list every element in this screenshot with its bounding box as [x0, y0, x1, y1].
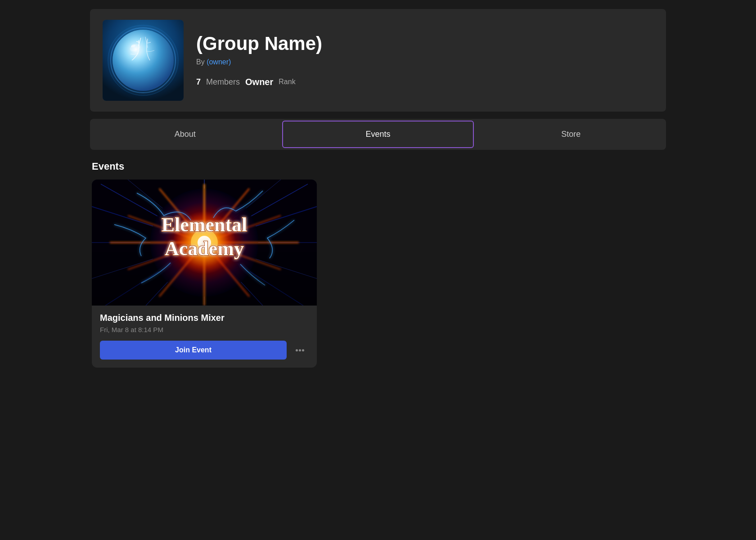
events-section: Events: [90, 161, 666, 368]
owner-by-label: By: [196, 58, 205, 66]
navigation-tabs: About Events Store: [90, 119, 666, 150]
dot-3: [302, 349, 304, 351]
group-stats: 7 Members Owner Rank: [196, 77, 322, 87]
events-grid: Elemental Academy Magicians and Minions …: [92, 180, 664, 368]
group-info: (Group Name) By (owner) 7 Members Owner …: [196, 33, 322, 87]
svg-text:Academy: Academy: [165, 238, 244, 260]
tab-about[interactable]: About: [90, 122, 280, 147]
svg-rect-40: [92, 252, 317, 306]
event-card: Elemental Academy Magicians and Minions …: [92, 180, 317, 368]
member-count: 7: [196, 77, 201, 87]
dot-2: [299, 349, 301, 351]
event-details: Magicians and Minions Mixer Fri, Mar 8 a…: [92, 306, 317, 368]
event-thumbnail-image: Elemental Academy: [92, 180, 317, 306]
group-owner-line: By (owner): [196, 58, 322, 66]
group-avatar-image: [103, 20, 184, 101]
members-label: Members: [206, 77, 240, 87]
owner-link[interactable]: (owner): [207, 58, 231, 66]
rank-label: Rank: [279, 78, 295, 86]
svg-text:Elemental: Elemental: [162, 214, 248, 236]
join-event-button[interactable]: Join Event: [100, 341, 287, 360]
rank-name: Owner: [245, 77, 273, 87]
group-header: (Group Name) By (owner) 7 Members Owner …: [90, 9, 666, 112]
tab-events[interactable]: Events: [282, 121, 474, 148]
event-actions: Join Event: [100, 341, 309, 360]
tab-store[interactable]: Store: [476, 122, 666, 147]
events-section-title: Events: [92, 161, 664, 172]
more-options-button[interactable]: [291, 346, 309, 355]
event-title: Magicians and Minions Mixer: [100, 313, 309, 323]
svg-point-4: [112, 30, 174, 91]
event-date: Fri, Mar 8 at 8:14 PM: [100, 326, 309, 333]
event-thumbnail: Elemental Academy: [92, 180, 317, 306]
group-avatar: [103, 20, 184, 101]
dot-1: [296, 349, 298, 351]
group-name: (Group Name): [196, 33, 322, 54]
